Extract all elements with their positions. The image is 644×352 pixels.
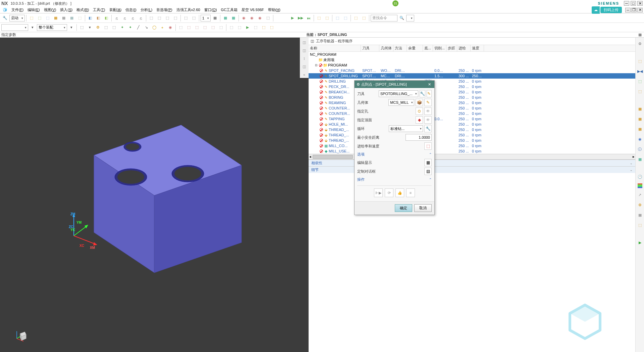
strip-icon[interactable]: ◫	[301, 47, 308, 54]
sub-minimize-button[interactable]: ─	[625, 8, 631, 12]
tb-icon[interactable]: ⬚	[352, 14, 360, 22]
tb-icon[interactable]: ⬚	[164, 14, 171, 22]
number-dropdown[interactable]: 1	[201, 15, 211, 21]
cloud-icon[interactable]: ☁	[592, 6, 600, 14]
menu-item[interactable]: 插入(S)	[58, 7, 74, 12]
tb-icon[interactable]: ⬚	[268, 24, 275, 31]
verify-icon[interactable]: 👍	[395, 188, 404, 197]
menu-item[interactable]: 星空 V6.936F	[239, 7, 266, 12]
tb-icon[interactable]: ▦	[68, 14, 75, 22]
col-header[interactable]: 名称	[309, 45, 361, 51]
menu-item[interactable]: 帮助(H)	[266, 7, 282, 12]
tb-icon[interactable]: ⎌	[121, 14, 128, 22]
tb-icon[interactable]: ⏭	[305, 14, 312, 22]
search-icon[interactable]: 🔍	[398, 14, 406, 22]
top-show-icon[interactable]: 👁	[424, 116, 432, 124]
tb-icon[interactable]: ⬚	[148, 14, 155, 22]
top-select-icon[interactable]: ◆	[416, 116, 423, 124]
nc-program-row[interactable]: NC_PROGRAM	[309, 52, 635, 57]
tb-icon[interactable]: ⬚	[342, 14, 349, 22]
start-dropdown[interactable]: 启动	[9, 15, 25, 21]
tb-icon[interactable]: ⬚	[315, 14, 323, 22]
chev-down-icon[interactable]: ▾	[29, 24, 36, 31]
tree-row[interactable]: ⊟📁PROGRAM	[309, 62, 635, 68]
tb-icon[interactable]: ╱	[135, 24, 142, 31]
menu-item[interactable]: 格式(R)	[74, 7, 91, 12]
strip-icon[interactable]: ⟟	[301, 55, 308, 62]
menu-item[interactable]: 窗口(O)	[202, 7, 219, 12]
tb-icon[interactable]: ⬚	[260, 24, 267, 31]
tool-combo[interactable]: SPOTDRILLING_...	[379, 90, 418, 97]
ricon[interactable]: ⬚	[637, 78, 643, 85]
menu-item[interactable]: 信息(I)	[123, 7, 138, 12]
chev-down-icon[interactable]: ▾	[86, 24, 94, 31]
gear-icon[interactable]: ⚙	[637, 40, 643, 47]
dialog-titlebar[interactable]: ⚙ 点到点 - [SPOT_DRILLING] ✕	[355, 81, 434, 88]
options-section[interactable]: 选项⌃	[357, 150, 432, 158]
tree-row[interactable]: 📁未用项	[309, 57, 635, 62]
geo-edit-icon[interactable]: 📦	[416, 99, 423, 106]
ricon[interactable]: ⚙	[637, 202, 643, 208]
ricon[interactable]: ⬚	[637, 58, 643, 64]
tb-icon[interactable]: ⬚	[185, 24, 193, 31]
tb-icon[interactable]: ◉	[240, 14, 248, 22]
menu-item[interactable]: 浩强工具v2.60	[174, 7, 202, 12]
tb-icon[interactable]: ⬚	[76, 14, 84, 22]
notification-badge[interactable]: 21	[392, 0, 398, 6]
menu-item[interactable]: 文件(F)	[9, 7, 25, 12]
tool-edit-icon[interactable]: 🔧	[420, 90, 425, 97]
col-header[interactable]: 底...	[423, 45, 433, 51]
tb-icon[interactable]: ⬚	[172, 14, 179, 22]
cancel-button[interactable]: 取消	[414, 204, 432, 212]
wrench-icon[interactable]: 🔧	[1, 14, 9, 22]
col-header[interactable]: 方法	[393, 45, 407, 51]
hole-select-icon[interactable]: ⊙	[416, 107, 423, 115]
tb-icon[interactable]: ⬚	[360, 14, 368, 22]
ricon[interactable]: ↗	[637, 191, 643, 198]
tb-icon[interactable]: ⬚	[190, 14, 198, 22]
tb-icon[interactable]: ⬚	[156, 14, 163, 22]
tb-icon[interactable]: ⬚	[102, 24, 110, 31]
clock-icon[interactable]: 🕐	[637, 173, 643, 180]
minimize-button[interactable]: ─	[624, 1, 629, 6]
customize-icon[interactable]: ▤	[424, 168, 432, 175]
col-header[interactable]: 速度	[471, 45, 484, 51]
tb-icon[interactable]: ⬚	[201, 24, 209, 31]
cycle-combo[interactable]: 标准钻...	[389, 125, 423, 132]
strip-icon[interactable]: ◫	[301, 39, 308, 46]
tb-icon[interactable]: ⬚	[264, 14, 272, 22]
edit-display-icon[interactable]: ▦	[424, 159, 432, 166]
tb-icon[interactable]: ⬚	[182, 14, 190, 22]
close-button[interactable]: ✕	[637, 1, 643, 6]
dialog-close-button[interactable]: ✕	[426, 82, 432, 87]
tb-icon[interactable]: ◧	[103, 14, 110, 22]
ricon[interactable]: ▦	[637, 116, 643, 122]
tb-icon[interactable]: ⬚	[323, 14, 331, 22]
assembly-dropdown[interactable]: 整个装配	[37, 24, 67, 31]
tb-icon[interactable]: ⎌	[113, 14, 120, 22]
col-header[interactable]: 切削...	[433, 45, 446, 51]
actions-section[interactable]: 操作⌃	[357, 176, 432, 183]
ricon[interactable]	[638, 183, 642, 188]
tb-icon[interactable]: ✦	[126, 24, 134, 31]
tb-icon[interactable]: ◉	[167, 24, 174, 31]
menu-item[interactable]: 工具(T)	[91, 7, 107, 12]
tb-icon[interactable]: ▦	[230, 14, 237, 22]
ricon[interactable]: ▦	[637, 156, 643, 163]
tb-icon[interactable]: ⎌	[129, 14, 137, 22]
tb-icon[interactable]: ⬚	[110, 24, 118, 31]
tb-icon[interactable]: ▶	[244, 24, 251, 31]
geo-new-icon[interactable]: ✎	[424, 99, 432, 106]
app-icon[interactable]: 🧊	[1, 6, 9, 14]
tb-icon[interactable]: ⬚	[217, 24, 225, 31]
tb-icon[interactable]: ◉	[256, 14, 264, 22]
menu-item[interactable]: 视图(V)	[42, 7, 58, 12]
chev-down-icon[interactable]: ▾	[68, 24, 75, 31]
tb-icon[interactable]: ⬚	[177, 24, 184, 31]
menu-item[interactable]: 装配(A)	[107, 7, 124, 12]
upload-button[interactable]: 扫码上传	[600, 7, 622, 13]
tb-icon[interactable]: ⎌	[137, 14, 145, 22]
menu-item[interactable]: 编辑(E)	[25, 7, 42, 12]
tb-icon[interactable]: ▶▶	[297, 14, 304, 22]
tb-icon[interactable]: ◯	[151, 24, 158, 31]
